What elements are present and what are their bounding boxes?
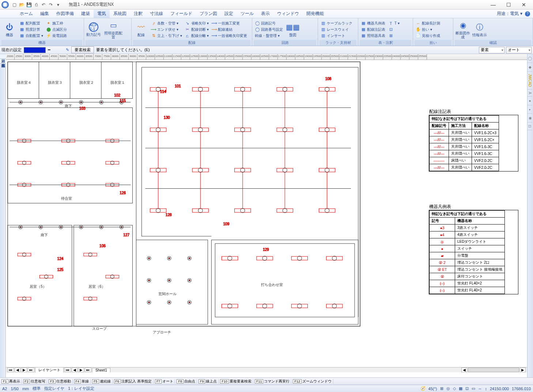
circuit-sym-button[interactable]: ◯回路記号 xyxy=(254,20,284,26)
qat-new-icon[interactable]: ▢ xyxy=(11,1,18,8)
right-tab-7[interactable]: ◉ xyxy=(528,114,532,122)
fkey-f5[interactable]: F5連続線 xyxy=(91,379,113,384)
layer-sheet-tab[interactable]: レイヤシート xyxy=(35,367,64,373)
device-button[interactable]: ⏻ 機器 xyxy=(1,19,18,40)
menu-field[interactable]: フィールド xyxy=(167,10,196,18)
compass-icon[interactable]: 🧭 xyxy=(420,386,426,391)
menu-view[interactable]: 表示 xyxy=(257,10,273,18)
wire-cut-button[interactable]: ✂配線切断 ▾ xyxy=(184,27,210,33)
minimize-button[interactable]: — xyxy=(485,0,501,9)
fkey-f12[interactable]: F12ズームウィンドウ xyxy=(291,379,333,384)
close-button[interactable]: ✕ xyxy=(516,0,532,9)
right-tab-4[interactable]: A xyxy=(528,90,532,97)
right-tab-1[interactable]: ◯ xyxy=(528,54,532,63)
qat-undo-icon[interactable]: ↶ xyxy=(40,1,47,8)
drawing-canvas[interactable]: 脱衣室４ 脱衣室３ 脱衣室２ 脱衣室１ 廊下 待合室 廊下 居室（5） 居室（6… xyxy=(6,60,527,367)
batch-const-button[interactable]: ⟿一括施工変更 xyxy=(211,20,248,26)
auto-place-button[interactable]: ▦自動配置 ▾ xyxy=(18,33,44,39)
element-combo[interactable]: 要素 xyxy=(479,47,504,53)
left-tab-wiring[interactable]: 配線照明器具 xyxy=(0,59,6,64)
wire-join-button[interactable]: ⟿配線連結 xyxy=(211,27,248,33)
fkey-f2[interactable]: F2任意複写 xyxy=(22,379,48,384)
sheet-last-button[interactable]: ⏭ xyxy=(28,368,34,372)
sheet-last2-button[interactable]: ⏭ xyxy=(85,368,91,372)
device-legend-button[interactable]: ▦機器凡例表 xyxy=(360,20,386,26)
gen-circuit-button[interactable]: ⚡発電回路 xyxy=(45,33,68,39)
omit-arrow-button[interactable]: ↘省略矢印 ▾ xyxy=(184,20,210,26)
menu-dim[interactable]: 寸法線 xyxy=(146,10,167,18)
menu-edit[interactable]: 編集 xyxy=(37,10,53,18)
status-unit[interactable]: mm xyxy=(22,387,29,391)
fkey-f10[interactable]: F10重複要素検索 xyxy=(219,379,253,384)
menu-window[interactable]: ウィンドウ xyxy=(273,10,303,18)
box-button[interactable]: ⊡ xyxy=(387,27,401,33)
right-tab-8[interactable]: ⊡ xyxy=(528,122,532,130)
menu-system[interactable]: 系統図 xyxy=(110,10,130,18)
sheet-prev2-button[interactable]: ◀ xyxy=(72,368,78,372)
element-search-button[interactable]: 要素検索 xyxy=(71,46,94,53)
hscroll-left-button[interactable]: ◀ xyxy=(461,368,467,372)
blink-div-button[interactable]: ⬤点滅区分 xyxy=(45,27,68,33)
grid-button[interactable]: ⊞ xyxy=(387,33,401,39)
hscroll-right-button[interactable]: ▶ xyxy=(520,368,526,372)
panel-diagram-button[interactable]: ▦▦ 盤図 xyxy=(285,19,301,40)
sheet-first2-button[interactable]: ⏮ xyxy=(64,368,71,372)
illum-calc-button[interactable]: ▦照度計算 xyxy=(18,27,44,33)
toggle-5-icon[interactable]: ⊡ xyxy=(465,386,469,391)
left-tab-circuit[interactable]: 回路 xyxy=(0,54,6,59)
qat-save-icon[interactable]: 💾 xyxy=(26,1,32,8)
const-frame-button[interactable]: ✦施工枠 xyxy=(45,20,68,26)
menu-home[interactable]: ホーム xyxy=(16,10,37,18)
fkey-f1[interactable]: F1再表示 xyxy=(0,379,22,384)
menu-annot[interactable]: 注釈 xyxy=(130,10,146,18)
qat-redo-icon[interactable]: ↷ xyxy=(48,1,54,8)
fkey-f3[interactable]: F3任意移動 xyxy=(47,379,73,384)
end-down-button[interactable]: ⟿エンド伏せ ▾ xyxy=(150,27,183,33)
fkey-f6[interactable]: F6注釈記入 基準指定 xyxy=(113,379,154,384)
info-button[interactable]: ⓘ 情報表示 xyxy=(472,19,488,40)
batch-omit-button[interactable]: ⟿一括省略矢印変更 xyxy=(211,33,248,39)
right-tab-5[interactable]: ● xyxy=(528,97,532,105)
cond-empty-button[interactable]: ⫽条数・空管 ▾ xyxy=(150,20,183,26)
toggle-6-icon[interactable]: ▭ xyxy=(472,386,475,391)
insert-button[interactable]: ▥インサート xyxy=(320,33,354,39)
array-place-button[interactable]: ▦配列配置 xyxy=(18,20,44,26)
main-panel-button[interactable]: 幹線・盤管理 ▾ xyxy=(254,33,284,39)
maximize-button[interactable]: ☐ xyxy=(501,0,516,9)
menu-plan[interactable]: プラン図 xyxy=(196,10,221,18)
wire-split-button[interactable]: ⎌配線分離 ▾ xyxy=(184,33,210,39)
toggle-3-icon[interactable]: ◇ xyxy=(453,386,456,391)
light-shape-button[interactable]: ▭ 照明姿図配置 xyxy=(102,19,124,40)
section-button[interactable]: ◉ 断面図作成 xyxy=(455,19,471,40)
estimate-button[interactable]: 📄見積り作成 xyxy=(415,33,441,39)
toggle-4-icon[interactable]: ▦ xyxy=(459,386,462,391)
toggle-2-icon[interactable]: ◎ xyxy=(446,386,450,391)
text-button[interactable]: TT ▾ xyxy=(387,20,401,26)
fkey-f8[interactable]: F8自由点 xyxy=(175,379,197,384)
power-symbol-button[interactable]: ACP1-1 動力記号 xyxy=(86,19,102,40)
status-size[interactable]: A2 xyxy=(2,387,7,391)
toggle-7-icon[interactable]: ↔ xyxy=(478,387,482,391)
status-layer[interactable]: 指定レイヤ xyxy=(44,386,64,391)
menu-dev[interactable]: 開発機能 xyxy=(303,10,328,18)
menu-arch[interactable]: 建築 xyxy=(78,10,94,18)
fkey-f7[interactable]: F7オート xyxy=(154,379,175,384)
sheet-first-button[interactable]: ⏮ xyxy=(7,368,14,372)
toggle-8-icon[interactable]: ↕ xyxy=(485,387,487,391)
fkey-f11[interactable]: F11コマンド再実行 xyxy=(253,379,292,384)
updown-button[interactable]: ⇅立上・引下げ ▾ xyxy=(150,33,183,39)
sheet-prev-button[interactable]: ◀ xyxy=(15,368,20,372)
help-icon[interactable]: ? xyxy=(525,11,530,16)
wirelen-button[interactable]: ↔配線長計測 xyxy=(415,20,441,26)
wire-legend-button[interactable]: ▦配線注記表 xyxy=(360,27,386,33)
cablerack-button[interactable]: ▥ケーブルラック xyxy=(320,20,354,26)
qat-more-icon[interactable]: ▾ xyxy=(55,1,61,8)
fkey-f9[interactable]: F9線上点 xyxy=(197,379,219,384)
hscrollbar[interactable] xyxy=(468,368,519,372)
toggle-1-icon[interactable]: ⊞ xyxy=(440,386,443,391)
sheet-next-button[interactable]: ▶ xyxy=(21,368,27,372)
auto-combo[interactable]: オート xyxy=(506,47,532,53)
raceway-button[interactable]: ▥レースウェイ xyxy=(320,27,354,33)
right-tab-2[interactable]: ◆ xyxy=(528,63,532,72)
right-tab-jwcad[interactable]: JWCAD xyxy=(528,72,532,90)
